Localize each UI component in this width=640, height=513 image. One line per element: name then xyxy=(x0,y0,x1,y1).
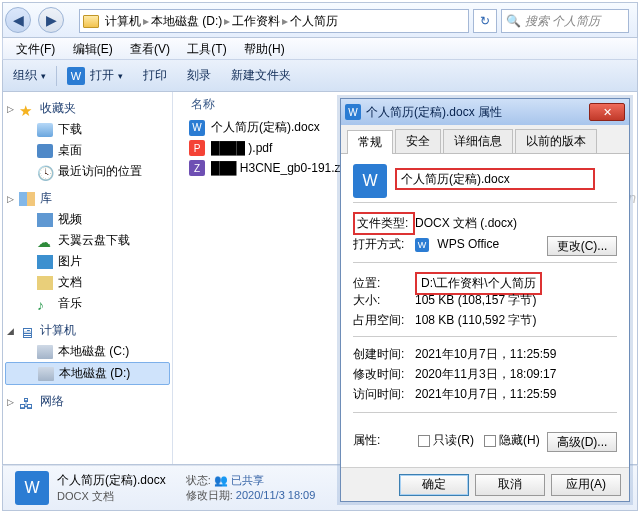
nav-cloud[interactable]: ☁天翼云盘下载 xyxy=(3,230,172,251)
toolbar: 组织 W打开 打印 刻录 新建文件夹 xyxy=(2,60,638,92)
apply-button[interactable]: 应用(A) xyxy=(551,474,621,496)
word-icon: W xyxy=(345,104,361,120)
hidden-checkbox[interactable] xyxy=(484,435,496,447)
docx-icon: W xyxy=(353,164,387,198)
zip-icon: Z xyxy=(189,160,205,176)
nav-tree: ▷★收藏夹 下载 桌面 🕓最近访问的位置 ▷库 视频 ☁天翼云盘下载 图片 文档… xyxy=(3,92,173,464)
ok-button[interactable]: 确定 xyxy=(399,474,469,496)
breadcrumb[interactable]: 计算机▸ 本地磁盘 (D:)▸ 工作资料▸ 个人简历 xyxy=(79,9,469,33)
disk-icon xyxy=(38,367,54,381)
nav-libraries-header[interactable]: ▷库 xyxy=(3,188,172,209)
library-icon xyxy=(19,192,35,206)
menu-file[interactable]: 文件(F) xyxy=(9,38,62,61)
nav-disk-c[interactable]: 本地磁盘 (C:) xyxy=(3,341,172,362)
picture-icon xyxy=(37,255,53,269)
nav-back-button[interactable]: ◀ xyxy=(5,7,31,33)
nav-forward-button[interactable]: ▶ xyxy=(38,7,64,33)
crumb[interactable]: 计算机 xyxy=(105,13,141,30)
search-icon: 🔍 xyxy=(506,14,521,28)
star-icon: ★ xyxy=(19,102,35,116)
video-icon xyxy=(37,213,53,227)
organize-button[interactable]: 组织 xyxy=(3,67,56,84)
computer-icon: 🖥 xyxy=(19,324,35,338)
menu-edit[interactable]: 编辑(E) xyxy=(66,38,120,61)
nav-pictures[interactable]: 图片 xyxy=(3,251,172,272)
docx-icon: W xyxy=(15,471,49,505)
nav-desktop[interactable]: 桌面 xyxy=(3,140,172,161)
nav-downloads[interactable]: 下载 xyxy=(3,119,172,140)
crumb[interactable]: 个人简历 xyxy=(290,13,338,30)
close-button[interactable]: ✕ xyxy=(589,103,625,121)
newfolder-button[interactable]: 新建文件夹 xyxy=(221,67,301,84)
print-button[interactable]: 打印 xyxy=(133,67,177,84)
desktop-icon xyxy=(37,144,53,158)
folder-icon xyxy=(83,15,99,28)
word-icon: W xyxy=(67,67,85,85)
crumb[interactable]: 工作资料 xyxy=(232,13,280,30)
cancel-button[interactable]: 取消 xyxy=(475,474,545,496)
nav-disk-d[interactable]: 本地磁盘 (D:) xyxy=(5,362,170,385)
dialog-title: 个人简历(定稿).docx 属性 xyxy=(366,104,502,121)
menu-bar: 文件(F) 编辑(E) 查看(V) 工具(T) 帮助(H) xyxy=(2,38,638,60)
address-bar: ◀ ▶ 计算机▸ 本地磁盘 (D:)▸ 工作资料▸ 个人简历 ↻ 🔍搜索 个人简… xyxy=(2,2,638,38)
docx-icon: W xyxy=(189,120,205,136)
dialog-titlebar[interactable]: W 个人简历(定稿).docx 属性 ✕ xyxy=(341,99,629,125)
cloud-icon: ☁ xyxy=(37,234,53,248)
crumb[interactable]: 本地磁盘 (D:) xyxy=(151,13,222,30)
readonly-checkbox[interactable] xyxy=(418,435,430,447)
disk-icon xyxy=(37,345,53,359)
share-icon: 👥 xyxy=(214,474,228,486)
burn-button[interactable]: 刻录 xyxy=(177,67,221,84)
filename-input[interactable] xyxy=(395,168,595,190)
document-icon xyxy=(37,276,53,290)
dialog-buttons: 确定 取消 应用(A) xyxy=(341,467,629,501)
details-filename: 个人简历(定稿).docx xyxy=(57,472,166,489)
refresh-button[interactable]: ↻ xyxy=(473,9,497,33)
menu-tools[interactable]: 工具(T) xyxy=(180,38,233,61)
nav-recent[interactable]: 🕓最近访问的位置 xyxy=(3,161,172,182)
nav-music[interactable]: ♪音乐 xyxy=(3,293,172,314)
pdf-icon: P xyxy=(189,140,205,156)
nav-network-header[interactable]: ▷🖧网络 xyxy=(3,391,172,412)
open-button[interactable]: W打开 xyxy=(57,67,133,85)
tab-previous[interactable]: 以前的版本 xyxy=(515,129,597,153)
dialog-body: W 文件类型:DOCX 文档 (.docx) 打开方式:W WPS Office… xyxy=(341,154,629,472)
music-icon: ♪ xyxy=(37,297,53,311)
download-icon xyxy=(37,123,53,137)
wps-icon: W xyxy=(415,238,429,252)
nav-favorites-header[interactable]: ▷★收藏夹 xyxy=(3,98,172,119)
search-input[interactable]: 🔍搜索 个人简历 xyxy=(501,9,629,33)
recent-icon: 🕓 xyxy=(37,165,53,179)
properties-dialog: W 个人简历(定稿).docx 属性 ✕ 常规 安全 详细信息 以前的版本 W … xyxy=(340,98,630,502)
details-type: DOCX 文档 xyxy=(57,489,150,504)
nav-computer-header[interactable]: ◢🖥计算机 xyxy=(3,320,172,341)
nav-documents[interactable]: 文档 xyxy=(3,272,172,293)
dialog-tabs: 常规 安全 详细信息 以前的版本 xyxy=(341,125,629,154)
menu-help[interactable]: 帮助(H) xyxy=(237,38,292,61)
change-button[interactable]: 更改(C)... xyxy=(547,236,617,256)
advanced-button[interactable]: 高级(D)... xyxy=(547,432,617,452)
menu-view[interactable]: 查看(V) xyxy=(123,38,177,61)
tab-details[interactable]: 详细信息 xyxy=(443,129,513,153)
tab-security[interactable]: 安全 xyxy=(395,129,441,153)
tab-general[interactable]: 常规 xyxy=(347,130,393,154)
nav-videos[interactable]: 视频 xyxy=(3,209,172,230)
network-icon: 🖧 xyxy=(19,395,35,409)
